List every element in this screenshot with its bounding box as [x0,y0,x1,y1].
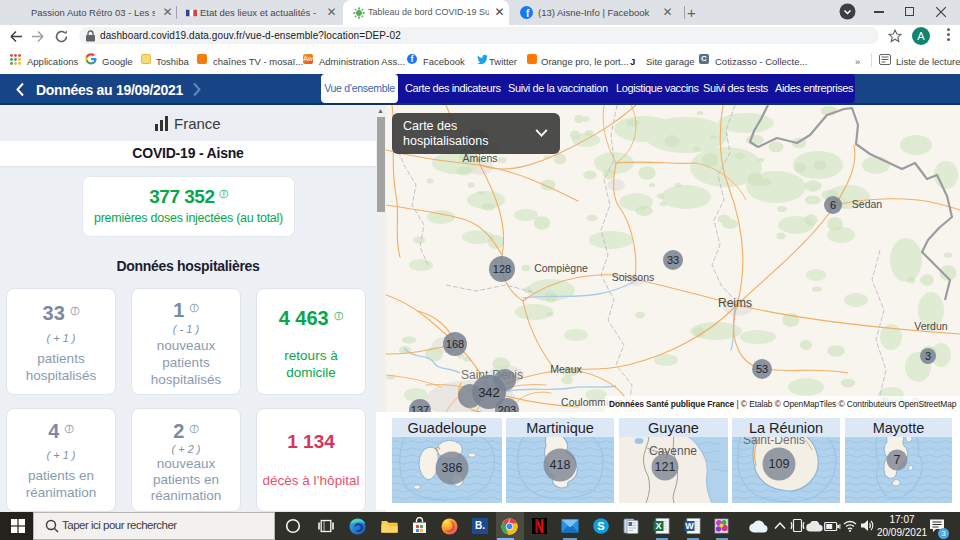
svg-text:Données Santé publique France: Données Santé publique France | © Etalab… [609,399,957,409]
svg-text:128: 128 [493,263,511,275]
svg-text:6: 6 [830,199,836,211]
svg-text:Soissons: Soissons [612,271,655,283]
svg-text:121: 121 [655,460,676,474]
svg-text:Verdun: Verdun [914,320,947,332]
svg-text:53: 53 [756,363,768,375]
svg-text:Meaux: Meaux [550,363,582,375]
svg-text:Reims: Reims [718,296,752,310]
svg-text:342: 342 [478,385,500,400]
svg-text:Compiègne: Compiègne [534,262,588,274]
svg-text:386: 386 [442,461,463,475]
svg-text:S: S [597,520,604,532]
svg-text:W: W [685,521,694,531]
svg-text:3: 3 [925,350,931,362]
svg-text:X: X [655,521,661,531]
svg-text:203: 203 [498,404,516,412]
svg-text:7: 7 [894,453,901,467]
svg-text:33: 33 [667,254,679,266]
svg-text:137: 137 [411,404,429,412]
svg-text:109: 109 [769,457,790,471]
svg-text:418: 418 [550,458,571,472]
svg-text:168: 168 [446,338,464,350]
svg-text:Cayenne: Cayenne [649,444,697,458]
svg-text:Sedan: Sedan [852,198,883,210]
